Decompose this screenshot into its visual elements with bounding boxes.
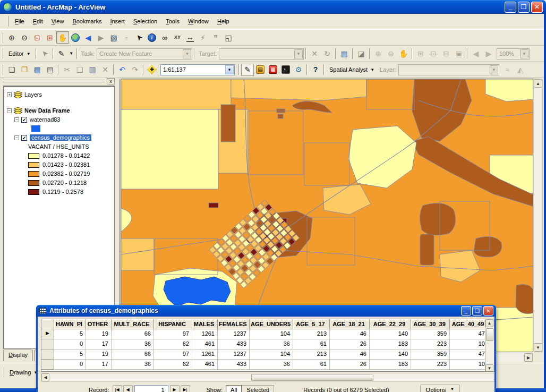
toc-item-waternad83[interactable]: − ✔ waternad83	[14, 115, 113, 124]
arctoolbox-button[interactable]: ▦	[267, 64, 279, 76]
arccatalog-button[interactable]: ▤	[254, 64, 267, 76]
scroll-up-icon[interactable]: ▲	[534, 79, 542, 88]
measure-button[interactable]: ↔	[184, 31, 197, 44]
menu-grip[interactable]	[7, 16, 8, 27]
toc-item-census-demographics[interactable]: − ✔ census_demographics	[14, 133, 113, 142]
restore-button[interactable]: ❐	[518, 2, 530, 13]
tab-display[interactable]: Display	[3, 350, 33, 361]
column-header[interactable]: AGE_22_29	[370, 319, 411, 329]
legend-class-2[interactable]: 0.02382 - 0.02719	[28, 169, 113, 178]
new-document-button[interactable]: ❏	[5, 64, 18, 76]
attr-minimize-button[interactable]: _	[461, 306, 471, 316]
pan-button[interactable]: ✋	[56, 31, 69, 44]
map-scale-combo[interactable]: 1:61,137 ▼	[160, 64, 235, 75]
toc-grip[interactable]: x	[1, 78, 117, 84]
column-header[interactable]: MALES	[192, 319, 218, 329]
sketch-tool-dropdown[interactable]: ▼	[68, 48, 75, 60]
zoom-in-button[interactable]: ⊕	[5, 31, 18, 44]
row-selector[interactable]	[41, 360, 54, 370]
scroll-left-icon[interactable]: ◀	[41, 373, 49, 381]
toc-item-data-frame[interactable]: − New Data Frame	[7, 106, 113, 115]
first-record-icon[interactable]: |◀	[113, 385, 122, 392]
identify-button[interactable]: i	[146, 31, 158, 44]
column-header[interactable]: MULT_RACE	[112, 319, 154, 329]
legend-class-0[interactable]: 0.01278 - 0.01422	[28, 151, 113, 160]
checkbox-checked-icon[interactable]: ✔	[21, 117, 27, 123]
close-button[interactable]: ✕	[531, 2, 543, 13]
row-selector[interactable]	[41, 339, 54, 350]
last-record-icon[interactable]: ▶|	[181, 385, 190, 392]
whats-this-help-button[interactable]: ?	[309, 64, 322, 76]
scroll-down-icon[interactable]: ▼	[485, 364, 493, 372]
save-document-button[interactable]: ▦	[31, 64, 44, 76]
show-selected-button[interactable]: Selected	[242, 385, 274, 392]
menu-file[interactable]: File	[11, 16, 29, 26]
find-button[interactable]: ∞	[158, 31, 171, 44]
spatial-analyst-menu-button[interactable]: Spatial Analyst ▼	[326, 64, 378, 75]
command-line-window-button[interactable]: ›_	[279, 64, 292, 76]
select-features-button[interactable]: ▧	[107, 31, 120, 44]
attr-horizontal-scrollbar[interactable]: ◀	[41, 373, 494, 382]
collapse-icon[interactable]: −	[7, 108, 12, 113]
scrollbar-thumb[interactable]	[486, 328, 493, 341]
row-selector[interactable]: ▶	[41, 329, 54, 339]
expand-icon[interactable]: +	[7, 92, 12, 97]
minimize-button[interactable]: _	[505, 2, 516, 13]
standard-toolbar-grip[interactable]	[2, 64, 3, 75]
collapse-icon[interactable]: −	[14, 117, 19, 122]
menu-tools[interactable]: Tools	[161, 16, 184, 26]
scroll-right-icon[interactable]: ▶	[524, 353, 533, 362]
attr-close-button[interactable]: ✕	[483, 306, 493, 316]
drawing-toolbar-grip[interactable]	[3, 367, 4, 378]
add-data-button[interactable]: ✚	[146, 64, 158, 76]
go-back-extent-button[interactable]: ◀	[82, 31, 95, 44]
zoom-out-button[interactable]: ⊖	[18, 31, 31, 44]
column-header[interactable]: OTHER	[86, 319, 112, 329]
show-all-button[interactable]: All	[226, 385, 242, 392]
attr-vertical-scrollbar[interactable]: ▲ ▼	[485, 319, 494, 372]
attribute-table-title-bar[interactable]: Attributes of census_demographics _ ❐ ✕	[36, 305, 496, 317]
editor-toolbar-toggle-button[interactable]: ✎	[241, 64, 254, 76]
attr-maximize-button[interactable]: ❐	[472, 306, 482, 316]
fixed-zoom-in-button[interactable]: ⊡	[31, 31, 44, 44]
full-extent-button[interactable]	[69, 31, 82, 44]
attributes-window-button[interactable]: ▦	[338, 48, 351, 60]
menu-edit[interactable]: Edit	[29, 16, 47, 26]
column-header[interactable]: HAWN_PI	[54, 319, 86, 329]
previous-record-icon[interactable]: ◀	[123, 385, 133, 392]
column-header[interactable]: AGE_5_17	[293, 319, 330, 329]
editor-menu-button[interactable]: Editor ▼	[5, 48, 34, 59]
menu-view[interactable]: View	[47, 16, 69, 26]
column-header[interactable]: AGE_40_49	[450, 319, 488, 329]
open-document-button[interactable]: ❐	[18, 64, 31, 76]
column-header[interactable]: AGE_18_21	[330, 319, 370, 329]
menu-help[interactable]: Help	[213, 16, 234, 26]
sketch-properties-button[interactable]: ◪	[355, 48, 368, 60]
undo-button[interactable]: ↶	[116, 64, 129, 76]
options-button[interactable]: Options ▼	[420, 385, 460, 392]
modelbuilder-button[interactable]: ⚙	[292, 64, 305, 76]
fixed-zoom-out-button[interactable]: ⊞	[44, 31, 56, 44]
toc-close-icon[interactable]: x	[107, 78, 115, 84]
column-header[interactable]: FEMALES	[218, 319, 250, 329]
legend-class-1[interactable]: 0.01423 - 0.02381	[28, 160, 113, 169]
menu-insert[interactable]: Insert	[106, 16, 129, 26]
print-button[interactable]: ▤	[44, 64, 56, 76]
column-header[interactable]: AGE_UNDER5	[250, 319, 293, 329]
menu-selection[interactable]: Selection	[129, 16, 161, 26]
go-to-xy-button[interactable]: XY	[171, 31, 184, 44]
row-selector[interactable]	[41, 350, 54, 360]
scroll-up-icon[interactable]: ▲	[485, 319, 493, 327]
map-vertical-scrollbar[interactable]: ▲ ▼	[533, 79, 543, 352]
toc-item-layers[interactable]: + Layers	[7, 90, 113, 99]
paste-button[interactable]: ▥	[86, 64, 99, 76]
column-header[interactable]: AGE_30_39	[411, 319, 450, 329]
magnifier-window-button[interactable]: ◱	[222, 31, 235, 44]
sketch-tool-button[interactable]: ✎	[55, 48, 68, 60]
editor-toolbar-grip[interactable]	[2, 48, 3, 59]
next-record-icon[interactable]: ▶	[170, 385, 180, 392]
column-header[interactable]: HISPANIC	[154, 319, 192, 329]
menu-bookmarks[interactable]: Bookmarks	[68, 16, 106, 26]
menu-window[interactable]: Window	[184, 16, 213, 26]
collapse-icon[interactable]: −	[14, 135, 19, 140]
